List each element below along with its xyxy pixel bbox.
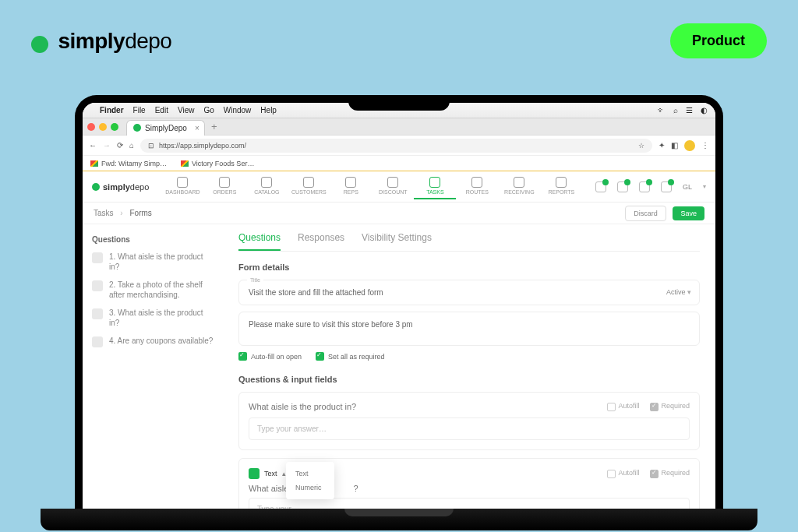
bell-icon[interactable] bbox=[661, 181, 672, 192]
menubar-item[interactable]: Edit bbox=[155, 106, 168, 115]
dropdown-option[interactable]: Text bbox=[286, 467, 334, 481]
menubar-item[interactable]: View bbox=[178, 106, 195, 115]
account-icon[interactable]: ◧ bbox=[671, 141, 678, 150]
breadcrumb: Tasks › Forms bbox=[94, 209, 152, 217]
nav-receiving[interactable]: RECEIVING bbox=[498, 174, 540, 199]
answer-input[interactable]: Type your answer… bbox=[249, 417, 690, 440]
nav-tasks[interactable]: TASKS bbox=[414, 174, 456, 199]
description-field[interactable]: Please make sure to visit this store bef… bbox=[238, 312, 700, 346]
question-title: What aisle is the product in? bbox=[249, 402, 356, 411]
required-checkbox[interactable]: Set all as required bbox=[316, 352, 385, 361]
sidebar-question[interactable]: 3. What aisle is the product in? bbox=[92, 308, 214, 328]
discount-icon bbox=[387, 177, 398, 188]
nav-reports[interactable]: REPORTS bbox=[540, 174, 582, 199]
breadcrumb-current: Forms bbox=[129, 209, 151, 217]
status-select[interactable]: Active bbox=[666, 288, 691, 296]
question-icon bbox=[92, 280, 103, 291]
browser-toolbar: ← → ⟳ ⌂ ⊡ https://app.simplydepo.com/ ☆ … bbox=[83, 136, 715, 156]
profile-avatar[interactable] bbox=[684, 140, 695, 151]
browser-tabs: SimplyDepo × + bbox=[83, 118, 715, 136]
section-heading: Form details bbox=[238, 262, 700, 272]
chat-icon[interactable] bbox=[639, 181, 650, 192]
brand-logo: simplydepo bbox=[31, 29, 171, 54]
save-button[interactable]: Save bbox=[673, 206, 704, 220]
autofill-toggle[interactable]: Autofill bbox=[607, 402, 639, 410]
discard-button[interactable]: Discard bbox=[625, 206, 666, 221]
autofill-toggle[interactable]: Autofill bbox=[607, 469, 639, 477]
nav-customers[interactable]: CUSTOMERS bbox=[288, 174, 330, 199]
description-value: Please make sure to visit this store bef… bbox=[249, 320, 413, 329]
receiving-icon bbox=[514, 177, 524, 188]
menu-icon[interactable]: ⋮ bbox=[701, 141, 709, 150]
checkbox-icon bbox=[238, 352, 247, 361]
control-center-icon[interactable]: ☰ bbox=[686, 106, 693, 115]
browser-tab[interactable]: SimplyDepo × bbox=[126, 120, 205, 136]
nav-reps[interactable]: REPS bbox=[330, 174, 372, 199]
cart-icon[interactable] bbox=[595, 181, 606, 192]
maximize-window-icon[interactable] bbox=[111, 123, 118, 131]
menubar-item[interactable]: Finder bbox=[100, 106, 124, 115]
bookmark-star-icon[interactable]: ☆ bbox=[638, 142, 644, 150]
bookmarks-bar: Fwd: Witamy Simp… Victory Foods Ser… bbox=[83, 156, 715, 171]
nav-discount[interactable]: DISCOUNT bbox=[372, 174, 414, 199]
chevron-right-icon: › bbox=[120, 209, 122, 217]
home-button[interactable]: ⌂ bbox=[129, 141, 134, 150]
menubar-item[interactable]: Go bbox=[203, 106, 214, 115]
users-icon[interactable] bbox=[617, 181, 628, 192]
bookmark-item[interactable]: Victory Foods Ser… bbox=[181, 160, 254, 167]
tab-responses[interactable]: Responses bbox=[298, 232, 344, 251]
bookmark-item[interactable]: Fwd: Witamy Simp… bbox=[90, 160, 167, 167]
favicon-icon bbox=[133, 124, 141, 132]
nav-catalog[interactable]: CATALOG bbox=[245, 174, 288, 199]
sidebar-heading: Questions bbox=[92, 235, 214, 244]
sidebar-question[interactable]: 2. Take a photo of the shelf after merch… bbox=[92, 280, 214, 300]
required-toggle[interactable]: Required bbox=[650, 469, 690, 477]
type-select[interactable]: Text bbox=[264, 470, 277, 477]
tab-visibility[interactable]: Visibility Settings bbox=[362, 232, 432, 251]
orders-icon bbox=[219, 177, 230, 188]
nav-dashboard[interactable]: DASHBOARD bbox=[161, 174, 203, 199]
nav-orders[interactable]: ORDERS bbox=[203, 174, 245, 199]
forward-button[interactable]: → bbox=[103, 141, 111, 150]
close-window-icon[interactable] bbox=[87, 123, 95, 131]
routes-icon bbox=[471, 177, 482, 188]
extensions-icon[interactable]: ✦ bbox=[659, 141, 665, 150]
type-dropdown[interactable]: Text Numeric bbox=[286, 462, 334, 499]
user-icon[interactable]: ◐ bbox=[701, 106, 708, 115]
app-logo[interactable]: simplydepo bbox=[92, 182, 149, 192]
reload-button[interactable]: ⟳ bbox=[117, 141, 123, 150]
laptop-notch bbox=[348, 95, 450, 111]
customers-icon bbox=[303, 177, 314, 188]
menubar-item[interactable]: Help bbox=[260, 106, 277, 115]
chevron-down-icon[interactable]: ▾ bbox=[703, 183, 706, 190]
catalog-icon bbox=[261, 177, 272, 188]
dropdown-option[interactable]: Numeric bbox=[286, 481, 334, 495]
chevron-up-icon[interactable]: ▴ bbox=[282, 470, 286, 477]
reports-icon bbox=[556, 177, 567, 188]
product-pill[interactable]: Product bbox=[670, 23, 767, 58]
address-bar[interactable]: ⊡ https://app.simplydepo.com/ ☆ bbox=[140, 139, 652, 153]
tasks-icon bbox=[429, 177, 440, 188]
tab-questions[interactable]: Questions bbox=[238, 232, 281, 251]
breadcrumb-root[interactable]: Tasks bbox=[94, 209, 114, 217]
autofill-checkbox[interactable]: Auto-fill on open bbox=[238, 352, 302, 361]
title-field[interactable]: Title Visit the store and fill the attac… bbox=[238, 280, 700, 305]
search-icon[interactable]: ⌕ bbox=[673, 106, 678, 115]
back-button[interactable]: ← bbox=[89, 141, 97, 150]
user-menu[interactable]: GL bbox=[683, 183, 692, 191]
sidebar-question[interactable]: 1. What aisle is the product in? bbox=[92, 252, 214, 272]
required-toggle[interactable]: Required bbox=[650, 402, 690, 410]
menubar-item[interactable]: File bbox=[133, 106, 146, 115]
question-card: What aisle is the product in? Autofill R… bbox=[238, 392, 700, 450]
laptop-base bbox=[41, 509, 757, 530]
wifi-icon[interactable]: ᯤ bbox=[658, 106, 666, 115]
sidebar-question[interactable]: 4. Are any coupons available? bbox=[92, 336, 214, 347]
nav-routes[interactable]: ROUTES bbox=[456, 174, 498, 199]
new-tab-button[interactable]: + bbox=[211, 121, 217, 132]
minimize-window-icon[interactable] bbox=[99, 123, 107, 131]
field-label: Title bbox=[247, 277, 263, 283]
menubar-item[interactable]: Window bbox=[224, 106, 252, 115]
main-nav: DASHBOARD ORDERS CATALOG CUSTOMERS REPS … bbox=[161, 174, 582, 199]
form-tabs: Questions Responses Visibility Settings bbox=[238, 232, 700, 252]
close-tab-icon[interactable]: × bbox=[195, 124, 200, 132]
